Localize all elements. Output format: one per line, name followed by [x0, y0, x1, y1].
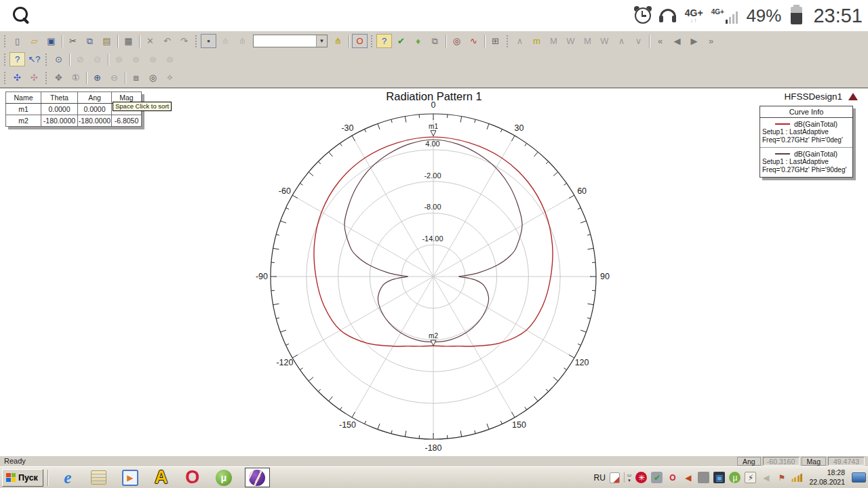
a-app-icon-button[interactable]: A — [153, 469, 170, 487]
undo-button[interactable]: ↶ — [159, 34, 175, 48]
marker-m1-theta: 0.0000 — [41, 104, 78, 115]
radiation-pattern-chart[interactable]: 4.00-2.00-8.00-14.000306090120150-180-15… — [0, 89, 868, 455]
orient-axes-button[interactable]: ✧ — [162, 70, 178, 85]
power-plug-tray-icon[interactable]: ⚡ — [745, 472, 756, 483]
help-topics-button[interactable]: ? — [9, 52, 25, 66]
opera-tray-icon[interactable]: O — [667, 472, 678, 483]
ie-icon: e — [64, 468, 71, 487]
context-help-button[interactable]: ↖? — [26, 52, 42, 66]
utorrent-icon-button[interactable]: µ — [215, 469, 233, 487]
gpu-settings-tray-icon[interactable]: ▣ — [713, 472, 725, 483]
material-combobox[interactable]: ▼ — [253, 35, 328, 47]
trace-style-8-button[interactable]: ∨ — [631, 34, 646, 48]
marker-col-theta[interactable]: Theta — [41, 92, 78, 104]
delete-button[interactable]: ✕ — [142, 34, 158, 48]
hide-selection-button[interactable]: ⊘ — [73, 52, 88, 66]
submit-job-button[interactable]: ♦ — [410, 34, 426, 48]
trace-style-7-button[interactable]: ∧ — [614, 34, 629, 48]
volume-tray-icon[interactable]: ◀ — [760, 472, 772, 483]
hide-objects-button[interactable]: ⊚ — [162, 52, 178, 66]
marker-col-name[interactable]: Name — [6, 92, 41, 104]
volume-mixer-tray-icon[interactable]: ◀ — [682, 472, 694, 483]
last-page-button[interactable]: » — [703, 34, 719, 48]
antivirus-tray-icon[interactable]: ✳ — [635, 472, 647, 483]
curve1-freq: Freq='0.27GHz' Phi='0deg' — [762, 136, 850, 144]
taskbar-clock[interactable]: 18:28 22.08.2021 — [809, 468, 845, 487]
network-signal-tray-icon[interactable] — [791, 473, 802, 482]
open-file-button[interactable]: ▱ — [26, 34, 42, 48]
curve1-swatch-icon — [775, 123, 790, 125]
hide-all-button[interactable]: ⊚ — [128, 52, 144, 66]
boundary-display-button[interactable]: ✣ — [9, 70, 25, 85]
trace-style-1-button[interactable]: ∧ — [512, 34, 528, 48]
svg-text:4.00: 4.00 — [425, 140, 439, 148]
trace-style-2-button[interactable]: m — [529, 34, 545, 48]
secure-lock-tray-icon[interactable]: ✔ — [651, 472, 663, 483]
visibility-button[interactable]: ⊙ — [51, 52, 66, 66]
next-page-button[interactable]: ▶ — [686, 34, 702, 48]
toolbar-grip[interactable] — [3, 71, 7, 84]
toolbar-grip[interactable] — [45, 71, 48, 84]
show-all-button[interactable]: ⊚ — [111, 52, 127, 66]
zoom-in-button[interactable]: ⊕ — [90, 70, 105, 85]
language-bar-tray-icon[interactable]: ⚑ — [776, 472, 787, 483]
toolbar-grip[interactable] — [195, 35, 198, 47]
matrix-data-button[interactable]: ⊞ — [488, 34, 503, 48]
trace-style-4-button[interactable]: W — [563, 34, 578, 48]
job-monitor-button[interactable]: ⧉ — [427, 34, 443, 48]
display-tray-icon[interactable] — [698, 472, 709, 483]
select-mode-button[interactable]: ▪ — [201, 34, 216, 48]
toolbar-grip[interactable] — [45, 53, 48, 66]
toolbar-grip[interactable] — [3, 35, 7, 47]
cut-button[interactable]: ✂ — [65, 34, 81, 48]
save-button[interactable]: ▣ — [43, 34, 59, 48]
optimetrics-button[interactable]: O — [352, 34, 368, 48]
ghost-mode-button[interactable]: ⋔ — [218, 34, 233, 48]
toolbar-grip[interactable] — [506, 35, 509, 47]
wmp-icon-button[interactable]: ▶ — [121, 469, 139, 487]
curve-info-legend[interactable]: Curve Info dB(GainTotal) Setup1 : LastAd… — [760, 106, 853, 178]
ie-icon-button[interactable]: e — [59, 469, 77, 487]
mesh-display-button[interactable]: ✣ — [26, 70, 42, 85]
opera-icon-button[interactable]: O — [184, 469, 201, 487]
paste-button[interactable]: ▤ — [99, 34, 115, 48]
marker-col-ang[interactable]: Ang — [78, 92, 112, 104]
results-button[interactable]: ∿ — [466, 34, 481, 48]
validate-button[interactable]: ? — [376, 34, 392, 48]
hfss-taskbar-button[interactable] — [245, 468, 270, 487]
notes-icon-button[interactable] — [90, 469, 108, 487]
show-selection-button[interactable]: ⊙ — [90, 52, 105, 66]
trace-style-3-button[interactable]: M — [546, 34, 561, 48]
svg-text:m1: m1 — [429, 123, 438, 130]
split-mode-button[interactable]: ⋔ — [235, 34, 250, 48]
tray-expand-chevron[interactable]: ▭▾ — [624, 472, 632, 483]
toolbar-grip[interactable] — [3, 53, 7, 66]
zoom-region-button[interactable]: ◎ — [145, 70, 161, 85]
trace-style-5-button[interactable]: M — [580, 34, 595, 48]
analyze-all-button[interactable]: ✔ — [393, 34, 409, 48]
show-objects-button[interactable]: ⊚ — [145, 52, 161, 66]
language-indicator[interactable]: RU — [593, 473, 605, 483]
combobox-arrow-icon[interactable]: ▼ — [316, 35, 327, 47]
svg-text:-8.00: -8.00 — [424, 203, 441, 211]
model-tree-button[interactable]: ⋔ — [330, 34, 346, 48]
new-file-button[interactable]: ▯ — [9, 34, 25, 48]
solution-data-button[interactable]: ◎ — [449, 34, 465, 48]
toolbar-grip[interactable] — [370, 35, 374, 47]
fit-all-button[interactable]: ⧈ — [128, 70, 144, 85]
pan-button[interactable]: ✥ — [51, 70, 66, 85]
search-icon[interactable] — [12, 5, 32, 26]
show-desktop-icon[interactable] — [852, 472, 866, 483]
notes-tray-icon[interactable] — [610, 472, 620, 483]
print-button[interactable]: ▦ — [121, 34, 136, 48]
first-page-button[interactable]: « — [652, 34, 668, 48]
copy-button[interactable]: ⧉ — [82, 34, 98, 48]
zoom-out-button[interactable]: ⊖ — [106, 70, 122, 85]
redo-button[interactable]: ↷ — [176, 34, 192, 48]
rotate-view-button[interactable]: ① — [68, 70, 83, 85]
utorrent-tray-icon[interactable]: µ — [729, 472, 741, 483]
start-button[interactable]: Пуск — [2, 469, 43, 487]
trace-style-6-button[interactable]: W — [597, 34, 612, 48]
app-toolbars: ▯▱▣✂⧉▤▦✕↶↷▪⋔⋔▼⋔O?✔♦⧉◎∿⊞∧mMWMW∧∨«◀▶» ?↖?⊙… — [0, 31, 868, 88]
prev-page-button[interactable]: ◀ — [669, 34, 685, 48]
